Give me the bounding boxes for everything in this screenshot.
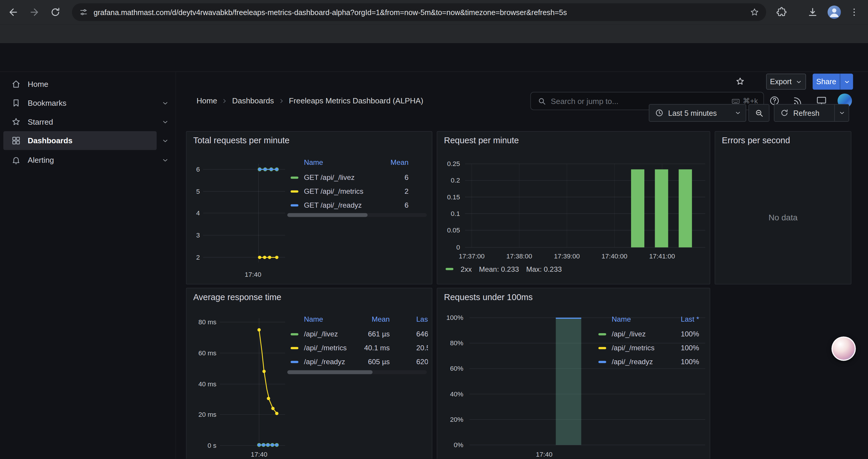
sidebar-item-label: Bookmarks (28, 99, 66, 107)
assistant-avatar[interactable] (831, 336, 856, 361)
bar-chart (437, 288, 710, 459)
legend-col-name[interactable]: Name (304, 315, 323, 323)
url-bar[interactable]: grafana.mathmast.com/d/deytv4rwavabkb/fr… (72, 3, 766, 21)
url-text: grafana.mathmast.com/d/deytv4rwavabkb/fr… (94, 8, 749, 16)
share-caret-button[interactable] (840, 73, 853, 90)
x-axis-tick: 17:40:00 (598, 252, 631, 260)
series-name[interactable]: /api/_/readyz (304, 357, 345, 366)
sidebar-item-label: Alerting (28, 156, 54, 165)
x-axis-tick: 17:40 (240, 270, 266, 278)
export-button[interactable]: Export (766, 73, 806, 90)
legend-row: /api/_/metrics 40.1 ms 20.5 m (287, 341, 428, 355)
share-button[interactable]: Share (813, 73, 840, 90)
clock-icon (655, 108, 664, 117)
legend-scrollbar[interactable] (287, 213, 427, 217)
legend-header: Name Mean Last * (287, 315, 428, 324)
series-name[interactable]: /api/_/livez (304, 330, 338, 338)
time-range-picker[interactable]: Last 5 minutes (649, 104, 746, 122)
series-name[interactable]: GET /api/_/metrics (304, 187, 363, 195)
legend-table: Name Mean Last * /api/_/livez 661 µs 646… (287, 315, 428, 370)
sidebar-item-alerting[interactable]: Alerting (3, 151, 157, 169)
back-icon[interactable] (8, 6, 19, 18)
y-axis-tick: 100% (438, 314, 463, 321)
chevron-down-icon[interactable] (159, 131, 170, 150)
panel-average-response-time: Average response time 80 ms 60 ms 40 ms … (186, 288, 433, 459)
reload-icon[interactable] (50, 6, 61, 18)
legend-scrollbar[interactable] (287, 370, 427, 374)
legend-col-mean[interactable]: Mean (364, 158, 409, 167)
chevron-down-icon[interactable] (159, 94, 170, 112)
y-axis-tick: 0.1 (440, 210, 460, 218)
y-axis-tick: 5 (186, 188, 200, 195)
extensions-icon[interactable] (776, 6, 787, 18)
browser-toolbar: grafana.mathmast.com/d/deytv4rwavabkb/fr… (0, 0, 868, 24)
series-name[interactable]: /api/_/metrics (612, 344, 654, 352)
legend-table: Name Mean GET /api/_/livez 6 GET /api/_/… (287, 158, 428, 214)
downloads-icon[interactable] (807, 6, 818, 18)
chevron-right-icon (278, 97, 285, 104)
sidebar-item-home[interactable]: Home (3, 75, 157, 94)
series-name[interactable]: GET /api/_/livez (304, 173, 355, 182)
series-color-dash (598, 333, 606, 335)
chevron-down-icon[interactable] (159, 112, 170, 131)
series-last-value: 20.5 m (416, 344, 428, 352)
y-axis-tick: 80 ms (188, 318, 216, 326)
sidebar-item-dashboards[interactable]: Dashboards (3, 131, 157, 150)
series-last-value: 100% (655, 344, 699, 352)
legend-col-name[interactable]: Name (612, 315, 631, 323)
refresh-interval-caret[interactable] (835, 104, 849, 121)
refresh-icon (780, 108, 789, 117)
chevron-down-icon (796, 78, 802, 85)
series-name[interactable]: 2xx (461, 265, 472, 273)
x-axis-tick: 17:40 (531, 451, 557, 458)
bookmarks-bar: Freeleaps 收藏博客 (0, 24, 868, 43)
y-axis-tick: 0% (438, 441, 463, 449)
series-color-dash (598, 347, 606, 349)
time-range-label: Last 5 minutes (668, 109, 735, 117)
legend-col-last[interactable]: Last * (416, 315, 428, 323)
chevron-down-icon[interactable] (159, 151, 170, 169)
refresh-button[interactable]: Refresh (774, 104, 834, 121)
y-axis-tick: 40 ms (188, 380, 216, 388)
breadcrumb: Home Dashboards Freeleaps Metrics Dashbo… (196, 86, 423, 115)
breadcrumb-dashboards[interactable]: Dashboards (232, 96, 274, 105)
sidebar-item-label: Starred (28, 117, 53, 126)
series-last-value: 646 (416, 330, 428, 338)
y-axis-tick: 20 ms (188, 411, 216, 418)
series-color-dash (291, 177, 299, 179)
legend-row: GET /api/_/livez 6 (287, 170, 428, 184)
series-mean-value: 605 µs (345, 357, 390, 366)
legend-col-name[interactable]: Name (304, 158, 323, 167)
bar-chart (437, 132, 710, 285)
series-name[interactable]: /api/_/livez (612, 330, 646, 338)
grafana-browser-window: grafana.mathmast.com/d/deytv4rwavabkb/fr… (0, 0, 868, 459)
legend-col-last[interactable]: Last * (655, 315, 699, 323)
legend-row: /api/_/livez 100% (594, 327, 705, 341)
share-split-button: Share (813, 73, 853, 90)
series-mean-value: 2 (364, 187, 409, 195)
sidebar-item-starred[interactable]: Starred (3, 112, 157, 131)
legend-col-mean[interactable]: Mean (345, 315, 390, 323)
sidebar-item-bookmarks[interactable]: Bookmarks (3, 94, 157, 112)
forward-icon[interactable] (29, 6, 39, 18)
series-last-value: 620 (416, 357, 428, 366)
series-name[interactable]: /api/_/metrics (304, 344, 347, 352)
site-info-icon[interactable] (79, 8, 88, 17)
series-name[interactable]: GET /api/_/readyz (304, 201, 362, 209)
y-axis-tick: 0.25 (440, 160, 460, 168)
y-axis-tick: 60 ms (188, 349, 216, 357)
y-axis-tick: 0.05 (440, 226, 460, 234)
y-axis-tick: 0.2 (440, 177, 460, 184)
star-icon (11, 117, 21, 127)
menu-icon[interactable] (848, 6, 860, 18)
favorite-star-icon[interactable] (735, 76, 745, 87)
series-color-dash (598, 361, 606, 363)
series-name[interactable]: /api/_/readyz (612, 357, 653, 366)
zoom-out-button[interactable] (748, 104, 769, 122)
breadcrumb-home[interactable]: Home (196, 96, 217, 105)
panel-title[interactable]: Errors per second (722, 136, 790, 145)
bookmark-star-icon[interactable] (749, 7, 760, 17)
y-axis-tick: 2 (186, 254, 200, 261)
panel-total-requests-per-minute: Total requests per minute 6 5 4 3 2 17:4… (186, 131, 433, 285)
profile-icon[interactable] (828, 6, 841, 19)
